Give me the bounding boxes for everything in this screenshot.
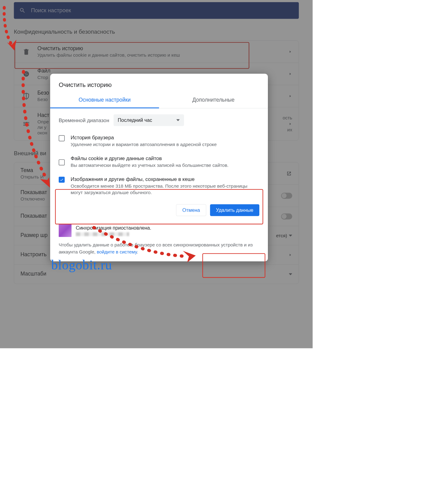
checkbox[interactable]: [59, 135, 65, 141]
sync-email-blurred: [76, 232, 129, 236]
avatar: [59, 224, 72, 237]
clear-browsing-data-dialog: Очистить историю Основные настройки Допо…: [50, 74, 268, 261]
check-icon: [60, 178, 64, 182]
watermark-text: blogobit.ru: [51, 257, 112, 273]
dropdown-icon: [176, 119, 180, 121]
check-sub: Удаление истории и вариантов автозаполне…: [71, 141, 217, 148]
sign-in-link[interactable]: войдите в систему: [97, 249, 137, 254]
time-range-select[interactable]: Последний час: [113, 114, 184, 126]
dialog-title: Очистить историю: [50, 74, 268, 92]
checkbox-checked[interactable]: [59, 177, 65, 183]
dialog-tabs: Основные настройки Дополнительные: [50, 92, 268, 108]
check-sub: Вы автоматически выйдете из учетных запи…: [71, 162, 228, 169]
check-cookies[interactable]: Файлы cookie и другие данные сайтов Вы а…: [59, 153, 259, 174]
check-history[interactable]: История браузера Удаление истории и вари…: [59, 133, 259, 153]
checkbox[interactable]: [59, 159, 65, 165]
check-title: Файлы cookie и другие данные сайтов: [71, 155, 228, 161]
tab-basic[interactable]: Основные настройки: [50, 92, 159, 108]
check-title: История браузера: [71, 135, 217, 141]
footnote: Чтобы удалить данные о работе в браузере…: [50, 239, 268, 257]
check-cache[interactable]: Изображения и другие файлы, сохраненные …: [59, 174, 259, 201]
time-range-label: Временной диапазон: [59, 117, 109, 123]
check-title: Изображения и другие файлы, сохраненные …: [71, 176, 259, 182]
confirm-button[interactable]: Удалить данные: [210, 204, 259, 216]
cancel-button[interactable]: Отмена: [176, 204, 206, 216]
sync-status-row: Синхронизация приостановлена.: [50, 220, 268, 239]
check-sub: Освободится менее 318 МБ пространства. П…: [71, 183, 259, 196]
sync-title: Синхронизация приостановлена.: [76, 225, 151, 231]
tab-advanced[interactable]: Дополнительные: [159, 92, 268, 108]
time-range-value: Последний час: [118, 117, 152, 123]
